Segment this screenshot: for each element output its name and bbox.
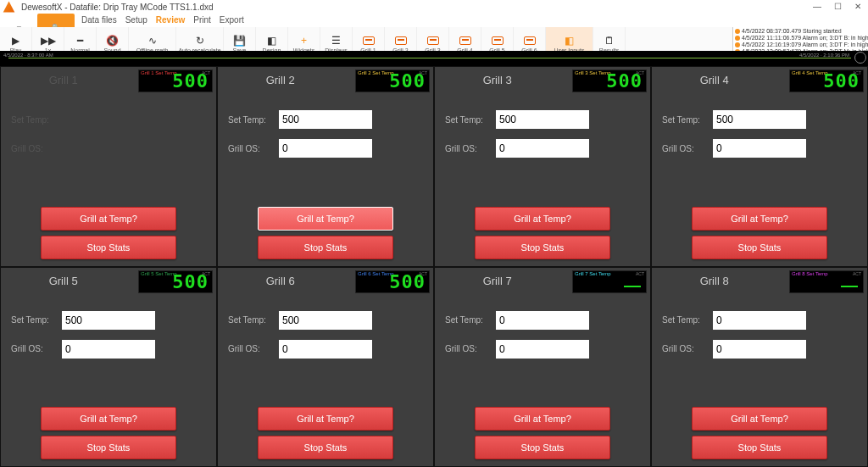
panel-buttons: Grill at Temp?Stop Stats (1, 207, 216, 259)
label-grillos: Grill OS: (228, 344, 279, 353)
grill-at-temp-button[interactable]: Grill at Temp? (475, 407, 610, 431)
sound-icon: 🔇 (106, 34, 119, 47)
window-close-button[interactable]: ✕ (848, 1, 868, 13)
grill3-icon (427, 34, 439, 47)
input-settemp[interactable] (496, 311, 589, 330)
lcd-display: Grill 5 Set TempACT500 (138, 270, 213, 293)
input-settemp[interactable] (713, 311, 806, 330)
field-row-grillos: Grill OS: (228, 337, 423, 361)
label-settemp: Set Temp: (662, 315, 713, 325)
lcd-channel-name: Grill 3 Set Temp (575, 70, 611, 75)
lcd-value: 500 (606, 70, 643, 92)
event-text: 4/5/2022 11:11:06.579 Alarm on; 3:DT B: … (742, 35, 868, 42)
submenu-item-review[interactable]: Review (156, 15, 185, 25)
panel-title: Grill 6 (218, 275, 342, 287)
submenu-item-export[interactable]: Export (220, 15, 244, 25)
grill-at-temp-button[interactable]: Grill at Temp? (258, 407, 393, 431)
window-maximize-button[interactable]: ☐ (827, 1, 848, 13)
recalc-icon: ↻ (196, 34, 204, 47)
clock-icon[interactable] (854, 52, 866, 64)
field-row-settemp: Set Temp: (11, 309, 206, 332)
timeline[interactable]: 4/5/2022 · 8:37:00 AM 4/5/2022 · 2:10:36… (0, 51, 868, 66)
grill-at-temp-button[interactable]: Grill at Temp? (475, 207, 610, 231)
event-row: 4/5/2022 08:37:00.479 Storing started (735, 28, 866, 35)
event-dot-icon (735, 29, 740, 34)
label-settemp: Set Temp: (228, 115, 279, 125)
input-grillos[interactable] (713, 340, 806, 359)
lcd-value: 500 (172, 70, 209, 92)
stop-stats-button[interactable]: Stop Stats (258, 436, 393, 459)
grill2-icon (395, 34, 407, 47)
stop-stats-button[interactable]: Stop Stats (692, 236, 827, 259)
input-settemp[interactable] (62, 311, 155, 330)
submenu: Data filesSetupReviewPrintExport (75, 14, 251, 27)
stop-stats-button[interactable]: Stop Stats (41, 436, 176, 459)
lcd-channel-name: Grill 4 Set Temp (792, 70, 828, 75)
timeline-trace (8, 58, 851, 58)
label-grillos: Grill OS: (445, 344, 496, 353)
field-row-settemp: Set Temp: (11, 108, 206, 131)
stop-stats-button[interactable]: Stop Stats (258, 236, 393, 259)
panel-grill-5: Grill 5Grill 5 Set TempACT500Set Temp:Gr… (0, 267, 217, 468)
label-settemp: Set Temp: (228, 315, 279, 325)
panel-fields: Set Temp:Grill OS: (662, 309, 857, 366)
lcd-display: Grill 6 Set TempACT500 (355, 270, 430, 293)
grill-at-temp-button[interactable]: Grill at Temp? (692, 407, 827, 431)
input-settemp[interactable] (496, 110, 589, 129)
input-grillos[interactable] (62, 340, 155, 359)
event-row: 4/5/2022 12:16:19:079 Alarm on; 3:DT F: … (735, 42, 866, 48)
grill1-icon (363, 34, 375, 47)
lcd-channel-name: Grill 5 Set Temp (141, 271, 177, 276)
submenu-item-setup[interactable]: Setup (125, 15, 147, 25)
grill-at-temp-button[interactable]: Grill at Temp? (41, 207, 176, 231)
label-grillos: Grill OS: (228, 144, 279, 153)
input-settemp[interactable] (279, 311, 372, 330)
stop-stats-button[interactable]: Stop Stats (475, 236, 610, 259)
field-row-settemp: Set Temp: (228, 309, 423, 332)
lcd-display: Grill 1 Set TempACT500 (138, 69, 213, 92)
grill-at-temp-button[interactable]: Grill at Temp? (692, 207, 827, 231)
panel-fields: Set Temp:Grill OS: (228, 309, 423, 366)
grill-at-temp-button[interactable]: Grill at Temp? (41, 407, 176, 431)
window-title: DewesoftX - Datafile: Drip Tray MCode TT… (21, 3, 214, 12)
results-icon: 🗒 (604, 34, 615, 47)
input-grillos[interactable] (496, 340, 589, 359)
field-row-grillos: Grill OS: (662, 337, 857, 361)
panel-fields: Set Temp:Grill OS: (228, 108, 423, 165)
panel-fields: Set Temp:Grill OS: (662, 108, 857, 165)
event-text: 4/5/2022 12:16:19:079 Alarm on; 3:DT F: … (742, 42, 868, 48)
panel-title: Grill 8 (652, 275, 776, 287)
panel-buttons: Grill at Temp?Stop Stats (218, 207, 433, 259)
grill4-icon (459, 34, 471, 47)
label-grillos: Grill OS: (11, 344, 62, 353)
submenu-item-data-files[interactable]: Data files (81, 15, 117, 25)
window-minimize-button[interactable]: — (807, 1, 827, 13)
submenu-item-print[interactable]: Print (193, 15, 211, 25)
grill-at-temp-button[interactable]: Grill at Temp? (258, 207, 393, 231)
save-icon: 💾 (233, 34, 246, 47)
panel-grill-7: Grill 7Grill 7 Set TempACTSet Temp:Grill… (434, 267, 651, 468)
field-row-grillos: Grill OS: (11, 337, 206, 361)
lcd-channel-name: Grill 7 Set Temp (575, 271, 611, 276)
input-settemp[interactable] (279, 110, 372, 129)
panel-title: Grill 7 (435, 275, 559, 287)
panel-buttons: Grill at Temp?Stop Stats (652, 207, 867, 259)
lcd-channel-name: Grill 8 Set Temp (792, 271, 828, 276)
input-grillos[interactable] (279, 139, 372, 158)
panel-grill-3: Grill 3Grill 3 Set TempACT500Set Temp:Gr… (434, 66, 651, 267)
input-grillos[interactable] (279, 340, 372, 359)
label-grillos: Grill OS: (662, 344, 713, 353)
input-grillos[interactable] (713, 139, 806, 158)
panel-buttons: Grill at Temp?Stop Stats (652, 407, 867, 459)
input-settemp[interactable] (713, 110, 806, 129)
lcd-channel-name: Grill 1 Set Temp (141, 70, 177, 75)
lcd-display: Grill 2 Set TempACT500 (355, 69, 430, 92)
event-dot-icon (735, 42, 740, 47)
panel-buttons: Grill at Temp?Stop Stats (435, 207, 650, 259)
input-grillos[interactable] (496, 139, 589, 158)
stop-stats-button[interactable]: Stop Stats (475, 436, 610, 459)
stop-stats-button[interactable]: Stop Stats (41, 236, 176, 259)
panel-fields: Set Temp:Grill OS: (11, 108, 206, 165)
play-icon: ▶ (12, 34, 19, 47)
stop-stats-button[interactable]: Stop Stats (692, 436, 827, 459)
